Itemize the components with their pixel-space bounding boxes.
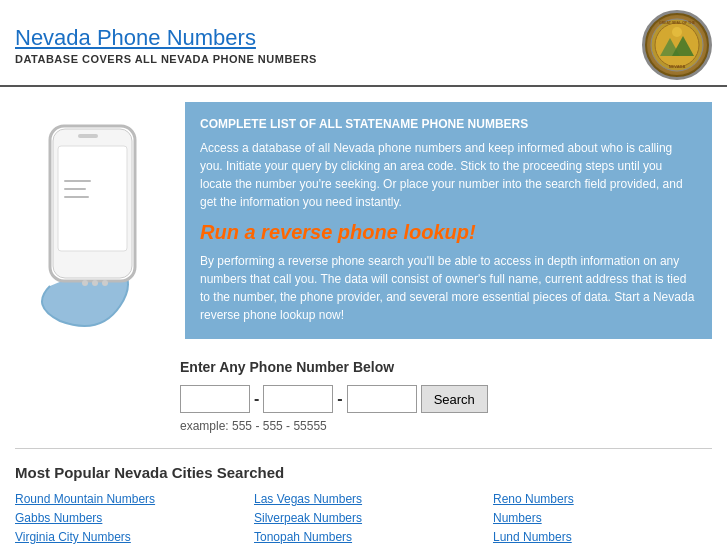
- list-item: Virginia City Numbers: [15, 529, 234, 544]
- search-example: example: 555 - 555 - 55555: [180, 419, 712, 433]
- svg-point-17: [102, 280, 108, 286]
- list-item: Silverpeak Numbers: [254, 510, 473, 525]
- separator-2: -: [337, 390, 342, 408]
- city-link[interactable]: Numbers: [493, 511, 542, 525]
- reverse-lookup-text: By performing a reverse phone search you…: [200, 252, 697, 324]
- svg-point-4: [672, 27, 682, 37]
- nevada-seal: NEVADA GREAT SEAL OF THE: [642, 10, 712, 80]
- city-link[interactable]: Las Vegas Numbers: [254, 492, 362, 506]
- phone-prefix-input[interactable]: [263, 385, 333, 413]
- city-link[interactable]: Tonopah Numbers: [254, 530, 352, 544]
- city-link[interactable]: Lund Numbers: [493, 530, 572, 544]
- list-item: Reno Numbers: [493, 491, 712, 506]
- svg-rect-14: [78, 134, 98, 138]
- city-link[interactable]: Gabbs Numbers: [15, 511, 102, 525]
- list-item: Gabbs Numbers: [15, 510, 234, 525]
- info-panel-title: COMPLETE LIST OF ALL STATENAME PHONE NUM…: [200, 117, 697, 131]
- cities-grid: Round Mountain NumbersLas Vegas NumbersR…: [15, 491, 712, 545]
- main-content: COMPLETE LIST OF ALL STATENAME PHONE NUM…: [0, 87, 727, 354]
- phone-illustration: [20, 106, 170, 336]
- section-divider: [15, 448, 712, 449]
- list-item: Tonopah Numbers: [254, 529, 473, 544]
- header-left: Nevada Phone Numbers DATABASE COVERS ALL…: [15, 25, 317, 65]
- list-item: Numbers: [493, 510, 712, 525]
- city-link[interactable]: Round Mountain Numbers: [15, 492, 155, 506]
- search-section: Enter Any Phone Number Below - - Search …: [0, 344, 727, 438]
- city-link[interactable]: Silverpeak Numbers: [254, 511, 362, 525]
- search-label: Enter Any Phone Number Below: [180, 359, 712, 375]
- phone-area-code-input[interactable]: [180, 385, 250, 413]
- search-row: - - Search: [180, 385, 712, 413]
- popular-section: Most Popular Nevada Cities Searched Roun…: [0, 459, 727, 545]
- separator-1: -: [254, 390, 259, 408]
- city-link[interactable]: Virginia City Numbers: [15, 530, 131, 544]
- city-link[interactable]: Reno Numbers: [493, 492, 574, 506]
- info-panel: COMPLETE LIST OF ALL STATENAME PHONE NUM…: [185, 102, 712, 339]
- list-item: Las Vegas Numbers: [254, 491, 473, 506]
- list-item: Round Mountain Numbers: [15, 491, 234, 506]
- search-button[interactable]: Search: [421, 385, 488, 413]
- svg-text:GREAT SEAL OF THE: GREAT SEAL OF THE: [659, 21, 696, 25]
- svg-rect-10: [58, 146, 127, 251]
- reverse-lookup-title: Run a reverse phone lookup!: [200, 221, 697, 244]
- popular-title: Most Popular Nevada Cities Searched: [15, 464, 712, 481]
- svg-point-15: [82, 280, 88, 286]
- page-header: Nevada Phone Numbers DATABASE COVERS ALL…: [0, 0, 727, 87]
- phone-area: [15, 102, 175, 339]
- list-item: Lund Numbers: [493, 529, 712, 544]
- phone-line-input[interactable]: [347, 385, 417, 413]
- site-title[interactable]: Nevada Phone Numbers: [15, 25, 317, 51]
- svg-point-16: [92, 280, 98, 286]
- info-panel-body: Access a database of all Nevada phone nu…: [200, 139, 697, 211]
- svg-text:NEVADA: NEVADA: [669, 64, 686, 69]
- seal-inner: NEVADA GREAT SEAL OF THE: [647, 15, 707, 75]
- site-subtitle: DATABASE COVERS ALL NEVADA PHONE NUMBERS: [15, 53, 317, 65]
